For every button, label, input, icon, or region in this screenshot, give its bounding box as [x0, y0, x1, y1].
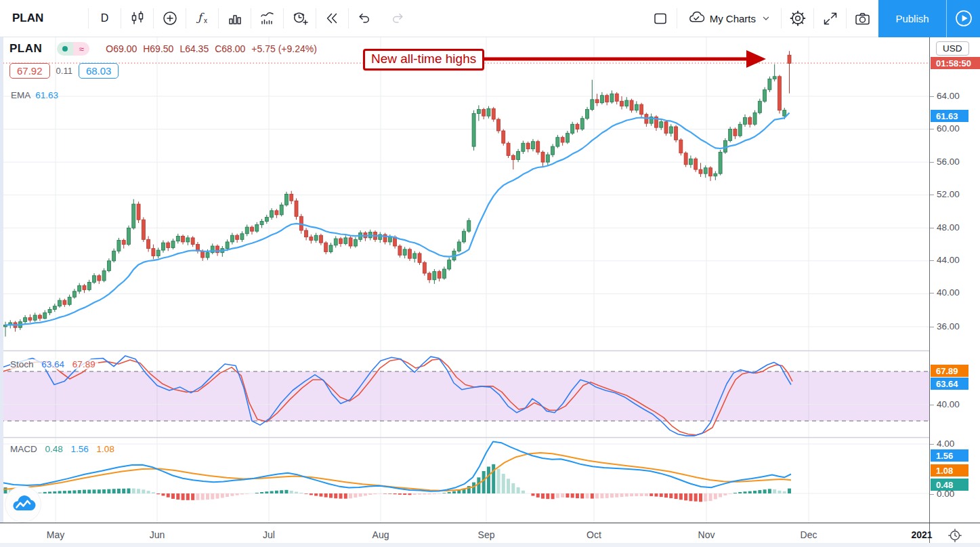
- candle-body: [230, 235, 234, 242]
- macd-hist-bar: [53, 491, 56, 493]
- fundamentals-button[interactable]: [251, 0, 283, 37]
- replay-button[interactable]: [316, 0, 348, 37]
- macd-hist-bar: [586, 493, 589, 498]
- macd-hist-bar: [625, 493, 629, 497]
- chart-style-button[interactable]: [121, 0, 153, 37]
- macd-hist-bar: [452, 491, 456, 493]
- candle-body: [748, 118, 752, 125]
- chart-canvas[interactable]: [0, 37, 929, 523]
- candle-body: [344, 238, 347, 244]
- candle-body: [48, 310, 51, 313]
- candle-body: [334, 239, 337, 245]
- macd-hist-bar: [156, 493, 160, 494]
- candle-body: [630, 100, 633, 110]
- candle-body: [610, 94, 614, 102]
- market-status-pill[interactable]: ≈: [57, 42, 89, 56]
- price-axis[interactable]: USD 64.0060.0056.0052.0048.0044.0040.003…: [929, 37, 980, 523]
- macd-hist-bar: [733, 493, 737, 493]
- tradingview-logo-watermark[interactable]: [5, 486, 41, 523]
- macd-hist-bar: [58, 491, 62, 493]
- macd-hist-bar: [541, 493, 545, 499]
- macd-hist-bar: [83, 490, 86, 493]
- fullscreen-button[interactable]: [814, 0, 846, 37]
- macd-hist-bar: [536, 493, 540, 498]
- macd-hist-bar: [43, 492, 47, 493]
- candle-body: [310, 237, 313, 241]
- candle-body: [43, 312, 47, 319]
- settings-button[interactable]: [782, 0, 813, 37]
- spread-value: 0.11: [56, 66, 72, 76]
- currency-button[interactable]: USD: [936, 41, 969, 56]
- candle-body: [526, 143, 530, 149]
- macd-hist-bar: [398, 493, 402, 495]
- candle-body: [664, 122, 668, 134]
- legend-symbol[interactable]: PLAN: [9, 42, 42, 56]
- ask-button[interactable]: 68.03: [79, 63, 119, 79]
- alert-button[interactable]: [284, 0, 316, 37]
- candle-body: [768, 79, 771, 89]
- candle-body: [186, 238, 190, 242]
- macd-hist-bar: [428, 493, 431, 494]
- redo-button[interactable]: [381, 0, 412, 37]
- candle-body: [255, 224, 259, 231]
- candle-body: [28, 318, 32, 321]
- snapshot-button[interactable]: [847, 0, 878, 37]
- symbol-button[interactable]: PLAN: [0, 12, 88, 25]
- stoch-band: [0, 371, 929, 421]
- layout-square-icon: [652, 9, 669, 27]
- macd-line-value: 1.56: [71, 444, 89, 454]
- macd-hist-bar: [531, 493, 534, 496]
- candle-body: [191, 238, 194, 245]
- macd-hist-bar: [265, 491, 268, 493]
- macd-hist-bar: [748, 491, 752, 493]
- compare-button[interactable]: [154, 0, 186, 37]
- macd-hist-bar: [438, 493, 441, 494]
- indicators-button[interactable]: ƒx: [186, 0, 218, 37]
- macd-hist-bar: [576, 493, 579, 498]
- publish-button[interactable]: Publish: [878, 0, 946, 37]
- macd-hist-bar: [240, 493, 244, 494]
- market-open-dot-icon: [57, 42, 73, 56]
- macd-hist-bar: [171, 493, 175, 499]
- candle-body: [541, 153, 545, 163]
- publish-play-button[interactable]: [946, 0, 980, 37]
- macd-hist-bar: [142, 489, 145, 493]
- ema-legend[interactable]: EMA61.63: [11, 90, 58, 100]
- undo-button[interactable]: [349, 0, 381, 37]
- candle-body: [53, 306, 56, 310]
- candle-body: [605, 96, 609, 102]
- bid-button[interactable]: 67.92: [9, 63, 50, 79]
- interval-button[interactable]: D: [89, 0, 121, 37]
- candle-body: [733, 129, 737, 136]
- candle-body: [580, 119, 584, 129]
- macd-hist-bar: [442, 493, 446, 493]
- macd-hist-bar: [699, 493, 702, 502]
- candle-body: [442, 269, 446, 278]
- candle-body: [182, 236, 185, 242]
- macd-hist-bar: [182, 493, 185, 500]
- candle-body: [156, 250, 160, 256]
- macd-legend[interactable]: MACD 0.48 1.56 1.08: [10, 444, 117, 454]
- chart-area[interactable]: New all-time highs PLAN ≈ O69.00 H69.50 …: [0, 37, 980, 523]
- candle-body: [669, 127, 673, 134]
- price-axis-label: 56.00: [937, 157, 960, 167]
- play-icon: [954, 9, 973, 28]
- candle-body: [33, 315, 37, 320]
- macd-hist-bar: [719, 493, 722, 497]
- candle-body: [546, 155, 549, 162]
- macd-signal-value: 1.08: [97, 444, 114, 454]
- annotation-callout[interactable]: New all-time highs: [363, 49, 484, 70]
- candle-body: [117, 241, 121, 251]
- my-charts-button[interactable]: My Charts: [677, 0, 781, 37]
- macd-hist-bar: [649, 493, 653, 496]
- candle-body: [137, 204, 140, 220]
- macd-hist-bar: [359, 493, 362, 497]
- clock-icon: [947, 528, 962, 543]
- candle-body: [487, 108, 490, 116]
- candle-body: [595, 100, 599, 103]
- candle-body: [719, 153, 722, 174]
- templates-button[interactable]: [219, 0, 251, 37]
- layout-button[interactable]: [645, 0, 677, 37]
- macd-hist-bar: [388, 493, 391, 494]
- stoch-legend[interactable]: Stoch 63.64 67.89: [10, 359, 98, 369]
